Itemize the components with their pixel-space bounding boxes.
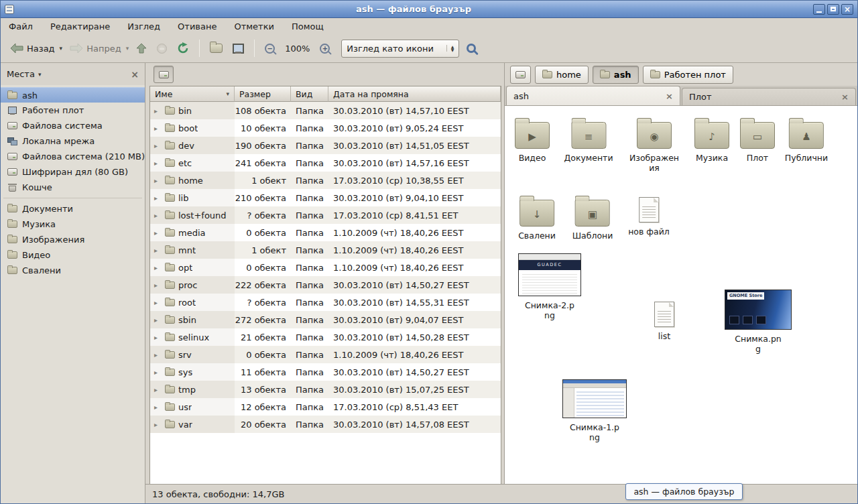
close-icon[interactable]: × bbox=[666, 91, 673, 101]
sidebar-item[interactable]: Свалени bbox=[1, 263, 145, 278]
sidebar-item[interactable]: Музика bbox=[1, 216, 145, 232]
expander-icon[interactable]: ▸ bbox=[154, 351, 162, 359]
sidebar-item[interactable]: Видео bbox=[1, 247, 145, 263]
expander-icon[interactable]: ▸ bbox=[154, 247, 162, 254]
file-item[interactable]: ♟Публични bbox=[785, 117, 828, 163]
expander-icon[interactable]: ▸ bbox=[154, 264, 162, 271]
sidebar-item[interactable]: ash bbox=[1, 87, 145, 103]
column-header[interactable]: Име▾ bbox=[150, 86, 235, 102]
table-row[interactable]: ▸mnt1 обектПапка1.10.2009 (чт) 18,40,26 … bbox=[150, 241, 501, 259]
expander-icon[interactable]: ▸ bbox=[154, 142, 162, 149]
expander-icon[interactable]: ▸ bbox=[154, 281, 162, 289]
sidebar-item[interactable]: Файлова система (210 MB) bbox=[1, 149, 145, 164]
file-item[interactable]: нов файл bbox=[628, 194, 670, 237]
sidebar-item[interactable]: Изображения bbox=[1, 232, 145, 247]
computer-button[interactable] bbox=[229, 40, 248, 57]
table-row[interactable]: ▸srv0 обектаПапка1.10.2009 (чт) 18,40,26… bbox=[150, 346, 501, 363]
sidebar-item[interactable]: Локална мрежа bbox=[1, 133, 145, 149]
expander-icon[interactable]: ▸ bbox=[154, 160, 162, 167]
file-item[interactable]: ▶Видео bbox=[515, 117, 550, 163]
file-item[interactable]: GUADECСнимка-2.png bbox=[518, 253, 581, 321]
breadcrumb-button[interactable]: home bbox=[535, 66, 589, 84]
breadcrumb-button[interactable]: Работен плот bbox=[643, 66, 733, 84]
expander-icon[interactable]: ▸ bbox=[154, 316, 162, 324]
table-row[interactable]: ▸sbin272 обектаПапка30.03.2010 (вт) 9,04… bbox=[150, 311, 501, 328]
zoom-out-button[interactable]: − bbox=[261, 40, 279, 57]
expander-icon[interactable]: ▸ bbox=[154, 125, 162, 132]
sidebar-item[interactable]: Шифриран дял (80 GB) bbox=[1, 164, 145, 180]
close-button[interactable]: × bbox=[841, 4, 853, 15]
tab[interactable]: ash× bbox=[506, 86, 680, 105]
tab[interactable]: Плот× bbox=[682, 88, 856, 105]
sidebar-item[interactable]: Файлова система bbox=[1, 118, 145, 133]
expander-icon[interactable]: ▸ bbox=[154, 334, 162, 341]
back-history-dropdown[interactable]: ▾ bbox=[58, 42, 64, 55]
file-item[interactable]: ▣Шаблони bbox=[572, 194, 613, 241]
table-row[interactable]: ▸home1 обектПапка17.03.2010 (ср) 10,38,5… bbox=[150, 172, 501, 189]
table-row[interactable]: ▸lib210 обектаПапка30.03.2010 (вт) 9,04,… bbox=[150, 189, 501, 206]
file-item[interactable]: ♪Музика bbox=[694, 117, 729, 163]
column-header[interactable]: Размер bbox=[235, 86, 291, 102]
file-item[interactable]: ≡Документи bbox=[564, 117, 613, 163]
expander-icon[interactable]: ▸ bbox=[154, 369, 162, 376]
file-item[interactable]: ◉Изображения bbox=[627, 117, 681, 174]
expander-icon[interactable]: ▸ bbox=[154, 212, 162, 219]
table-row[interactable]: ▸boot10 обектаПапка30.03.2010 (вт) 9,05,… bbox=[150, 119, 501, 137]
table-row[interactable]: ▸proc222 обектаПапка30.03.2010 (вт) 14,5… bbox=[150, 276, 501, 294]
stop-button[interactable] bbox=[153, 40, 171, 57]
up-button[interactable] bbox=[132, 40, 151, 57]
file-item[interactable]: ▭Плот bbox=[740, 117, 775, 163]
sidebar-item[interactable]: Документи bbox=[1, 201, 145, 216]
expander-icon[interactable]: ▸ bbox=[154, 386, 162, 393]
close-icon[interactable]: × bbox=[841, 92, 849, 102]
expander-icon[interactable]: ▸ bbox=[154, 194, 162, 202]
menu-item[interactable]: Отметки bbox=[233, 20, 275, 33]
expander-icon[interactable]: ▸ bbox=[154, 229, 162, 237]
table-row[interactable]: ▸bin108 обектаПапка30.03.2010 (вт) 14,57… bbox=[150, 102, 501, 119]
view-mode-select[interactable]: Изглед като икони ▲▼ bbox=[341, 40, 459, 58]
table-row[interactable]: ▸etc241 обектаПапка30.03.2010 (вт) 14,57… bbox=[150, 154, 501, 172]
table-row[interactable]: ▸opt0 обектаПапка1.10.2009 (чт) 18,40,26… bbox=[150, 259, 501, 276]
table-row[interactable]: ▸tmp13 обектаПапка30.03.2010 (вт) 15,07,… bbox=[150, 381, 501, 398]
expander-icon[interactable]: ▸ bbox=[154, 403, 162, 411]
column-header[interactable]: Вид bbox=[291, 86, 328, 102]
expander-icon[interactable]: ▸ bbox=[154, 107, 162, 115]
file-item[interactable]: list bbox=[654, 299, 674, 341]
titlebar[interactable]: ash — файлов браузър × bbox=[1, 1, 857, 18]
root-breadcrumb-button[interactable] bbox=[154, 66, 174, 83]
home-button[interactable] bbox=[206, 40, 227, 56]
breadcrumb-button[interactable] bbox=[510, 66, 531, 84]
file-item[interactable]: ↓Свалени bbox=[518, 194, 556, 241]
sidebar-close-icon[interactable]: × bbox=[131, 69, 139, 80]
sidebar-item[interactable]: Кошче bbox=[1, 180, 145, 195]
menu-item[interactable]: Помощ bbox=[290, 20, 325, 33]
table-row[interactable]: ▸sys11 обектаПапка30.03.2010 (вт) 14,50,… bbox=[150, 363, 501, 381]
file-item[interactable]: Снимка-1.png bbox=[562, 379, 627, 443]
table-row[interactable]: ▸media0 обектаПапка1.10.2009 (чт) 18,40,… bbox=[150, 224, 501, 241]
sidebar-title[interactable]: Места bbox=[7, 69, 35, 79]
chevron-down-icon[interactable]: ▾ bbox=[38, 71, 42, 78]
file-item[interactable]: GNOME StoreСнимка.png bbox=[725, 290, 792, 355]
menu-item[interactable]: Изглед bbox=[126, 20, 162, 33]
table-row[interactable]: ▸dev190 обектаПапка30.03.2010 (вт) 14,51… bbox=[150, 137, 501, 154]
forward-history-dropdown[interactable]: ▾ bbox=[125, 42, 131, 55]
maximize-button[interactable] bbox=[827, 4, 839, 15]
column-header[interactable]: Дата на промяна bbox=[328, 86, 501, 102]
back-button[interactable]: Назад bbox=[6, 40, 59, 57]
table-row[interactable]: ▸selinux21 обектаПапка30.03.2010 (вт) 14… bbox=[150, 328, 501, 346]
menu-item[interactable]: Файл bbox=[7, 20, 34, 33]
reload-button[interactable] bbox=[173, 39, 193, 58]
menu-item[interactable]: Отиване bbox=[176, 20, 218, 33]
sidebar-item[interactable]: Работен плот bbox=[1, 103, 145, 118]
minimize-button[interactable] bbox=[813, 4, 825, 15]
search-button[interactable] bbox=[461, 39, 483, 58]
expander-icon[interactable]: ▸ bbox=[154, 421, 162, 428]
forward-button[interactable]: Напред bbox=[66, 40, 125, 57]
table-row[interactable]: ▸root? обектаПапка30.03.2010 (вт) 14,55,… bbox=[150, 294, 501, 311]
expander-icon[interactable]: ▸ bbox=[154, 177, 162, 184]
breadcrumb-button[interactable]: ash bbox=[593, 66, 639, 84]
expander-icon[interactable]: ▸ bbox=[154, 299, 162, 306]
menu-item[interactable]: Редактиране bbox=[49, 20, 111, 33]
table-row[interactable]: ▸lost+found? обектаПапка17.03.2010 (ср) … bbox=[150, 206, 501, 224]
zoom-in-button[interactable]: + bbox=[316, 40, 334, 57]
